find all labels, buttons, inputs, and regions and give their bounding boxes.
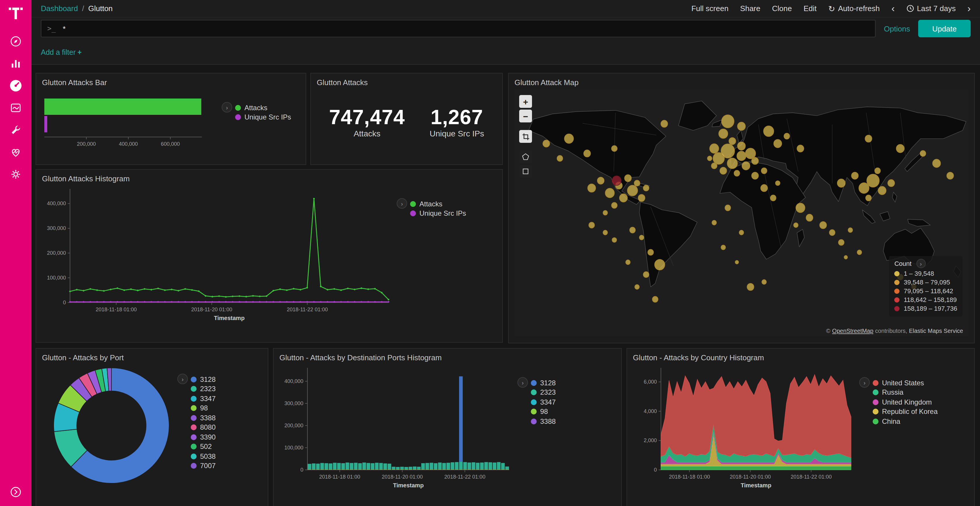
crop-tool-button[interactable]	[519, 130, 532, 143]
country-chart[interactable]: 02,0004,0006,0002018-11-18 01:002018-11-…	[633, 364, 854, 490]
svg-text:Timestamp: Timestamp	[393, 482, 423, 489]
legend-toggle-icon[interactable]: ›	[916, 259, 926, 268]
chart-legend: › United StatesRussiaUnited KingdomRepub…	[859, 377, 938, 427]
legend-color-dot	[873, 418, 878, 424]
legend-item[interactable]: Unique Src IPs	[410, 209, 466, 217]
legend-item[interactable]: China	[873, 417, 938, 425]
legend-toggle-icon[interactable]: ›	[397, 198, 407, 209]
legend-item[interactable]: United States	[873, 379, 938, 387]
svg-text:2018-11-20 01:00: 2018-11-20 01:00	[730, 474, 771, 480]
legend-item[interactable]: 98	[531, 408, 555, 416]
metric-label: Unique Src IPs	[430, 129, 484, 138]
app-root: Dashboard / Glutton Full screen Share Cl…	[0, 0, 980, 506]
dest-ports-chart[interactable]: 0100,000200,000300,000400,0002018-11-18 …	[279, 364, 513, 490]
sidebar-item-dashboard[interactable]	[0, 75, 32, 97]
gear-icon	[10, 168, 22, 180]
query-input[interactable]: >_ *	[41, 20, 876, 37]
legend-toggle-icon[interactable]: ›	[222, 102, 232, 113]
map-legend-title: Count	[894, 260, 912, 267]
osm-link[interactable]: OpenStreetMap	[832, 328, 873, 334]
legend-item[interactable]: 3347	[531, 398, 555, 406]
legend-toggle-icon[interactable]: ›	[517, 377, 528, 388]
legend-color-dot	[191, 453, 197, 459]
share-button[interactable]: Share	[740, 4, 760, 13]
legend-item[interactable]: United Kingdom	[873, 398, 938, 406]
map-attribution: ©OpenStreetMapcontributors,Elastic Maps …	[826, 328, 965, 334]
legend-label: 3128	[200, 375, 216, 383]
map-legend-label: 158,189 – 197,736	[904, 305, 957, 312]
legend-item[interactable]: 98	[191, 404, 216, 412]
legend-item[interactable]: 8080	[191, 423, 216, 431]
svg-text:0: 0	[301, 467, 303, 473]
legend-item[interactable]: 3388	[191, 414, 216, 422]
legend-item[interactable]: 2323	[531, 388, 555, 397]
legend-item[interactable]: Unique Src IPs	[235, 113, 291, 121]
metric-value: 747,474	[329, 106, 405, 129]
map-legend-color-dot	[894, 306, 899, 311]
sidebar-item-management[interactable]	[0, 163, 32, 186]
clock-icon	[907, 5, 914, 12]
time-back-button[interactable]: ‹	[891, 3, 894, 13]
full-screen-button[interactable]: Full screen	[691, 4, 728, 13]
zoom-out-button[interactable]: −	[519, 109, 532, 122]
attacks-histogram-chart[interactable]: 0100,000200,000300,000400,0002018-11-18 …	[42, 186, 392, 322]
sidebar-item-monitoring[interactable]	[0, 141, 32, 163]
legend-item[interactable]: Republic of Korea	[873, 408, 938, 416]
chart-legend: › 3128232333479833888080339050250387007	[177, 374, 216, 471]
metric-attacks: 747,474 Attacks	[329, 106, 405, 138]
top-nav-menu: Full screen Share Clone Edit ↻ Auto-refr…	[691, 3, 970, 13]
breadcrumb-dashboard-link[interactable]: Dashboard	[41, 4, 78, 13]
legend-toggle-icon[interactable]: ›	[859, 377, 870, 388]
clone-button[interactable]: Clone	[772, 4, 792, 13]
time-forward-button[interactable]: ›	[967, 3, 970, 13]
legend-item[interactable]: Attacks	[235, 103, 291, 112]
legend-color-dot	[191, 376, 197, 382]
svg-text:2018-11-18 01:00: 2018-11-18 01:00	[319, 474, 360, 480]
svg-text:6,000: 6,000	[644, 379, 657, 385]
legend-item[interactable]: 5038	[191, 452, 216, 460]
sidebar-item-visualize[interactable]	[0, 52, 32, 75]
svg-text:400,000: 400,000	[47, 200, 66, 206]
sidebar-item-timelion[interactable]	[0, 97, 32, 119]
zoom-in-button[interactable]: +	[519, 95, 532, 108]
rectangle-tool-button[interactable]	[519, 165, 532, 178]
sidebar-item-dev-tools[interactable]	[0, 119, 32, 141]
port-donut-chart[interactable]	[50, 364, 173, 487]
legend-color-dot	[191, 463, 197, 469]
legend-item[interactable]: 3347	[191, 394, 216, 403]
options-link[interactable]: Options	[884, 24, 910, 33]
ems-link[interactable]: Elastic Maps Service	[909, 328, 963, 334]
legend-color-dot	[531, 389, 537, 395]
legend-item[interactable]: Attacks	[410, 200, 466, 208]
attacks-bar-chart[interactable]: 200,000400,000600,000	[42, 89, 217, 154]
map-legend-item: 79,095 – 118,642	[894, 287, 957, 294]
legend-item[interactable]: 3128	[531, 379, 555, 387]
panel-title: Glutton - Attacks by Port	[42, 353, 262, 362]
collapse-nav-button[interactable]	[10, 486, 22, 500]
auto-refresh-button[interactable]: ↻ Auto-refresh	[828, 4, 880, 13]
legend-item[interactable]: 3128	[191, 375, 216, 383]
legend-label: United Kingdom	[882, 398, 932, 406]
crop-icon	[522, 133, 530, 140]
attack-map[interactable]: + −	[514, 89, 968, 336]
legend-color-dot	[191, 444, 197, 449]
tmobile-logo[interactable]	[9, 6, 23, 23]
map-legend-color-dot	[894, 288, 899, 293]
legend-toggle-icon[interactable]: ›	[177, 374, 188, 384]
legend-item[interactable]: Russia	[873, 388, 938, 397]
sidebar-item-discover[interactable]	[0, 30, 32, 52]
polygon-tool-button[interactable]	[519, 151, 532, 163]
legend-item[interactable]: 502	[191, 443, 216, 450]
legend-item[interactable]: 3390	[191, 433, 216, 441]
edit-button[interactable]: Edit	[803, 4, 817, 13]
time-picker-button[interactable]: Last 7 days	[907, 4, 956, 13]
svg-text:2018-11-18 01:00: 2018-11-18 01:00	[95, 307, 137, 312]
add-filter-link[interactable]: Add a filter+	[41, 48, 82, 57]
map-legend-color-dot	[894, 279, 899, 285]
svg-text:2018-11-18 01:00: 2018-11-18 01:00	[669, 474, 710, 480]
svg-text:600,000: 600,000	[161, 141, 180, 147]
legend-item[interactable]: 3388	[531, 417, 555, 425]
legend-item[interactable]: 7007	[191, 462, 216, 470]
legend-item[interactable]: 2323	[191, 385, 216, 393]
update-button[interactable]: Update	[918, 20, 970, 37]
